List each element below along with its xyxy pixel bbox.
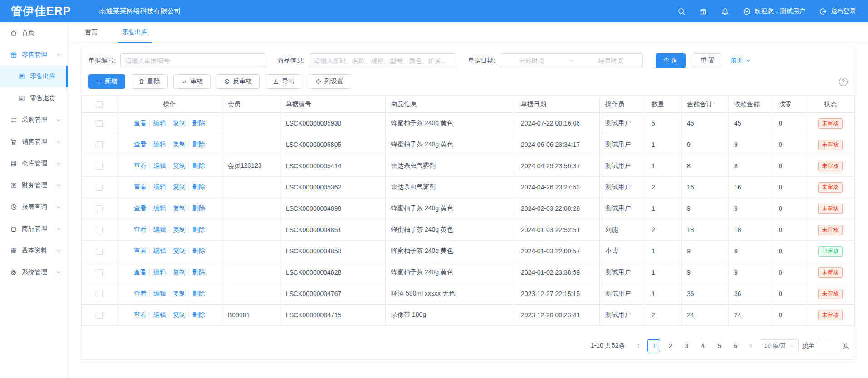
row-checkbox[interactable]	[96, 248, 103, 255]
edit-link[interactable]: 编辑	[149, 290, 166, 297]
sidebar-item-system-mgmt[interactable]: 系统管理	[0, 262, 68, 283]
row-checkbox[interactable]	[96, 141, 103, 148]
gear-icon	[315, 78, 322, 85]
column-settings-button[interactable]: 列设置	[308, 74, 351, 89]
export-button[interactable]: 导出	[265, 74, 302, 89]
search-button[interactable]: 查 询	[656, 53, 686, 68]
delete-link[interactable]: 删除	[188, 226, 205, 233]
sidebar-item-basic-data[interactable]: 基本资料	[0, 240, 68, 262]
sidebar-item-purchase-mgmt[interactable]: 采购管理	[0, 109, 68, 131]
row-checkbox[interactable]	[96, 120, 103, 127]
chevron-down-icon	[56, 270, 61, 275]
copy-link[interactable]: 复制	[169, 119, 186, 126]
copy-link[interactable]: 复制	[169, 204, 186, 212]
unaudit-button[interactable]: 反审核	[216, 74, 260, 89]
delete-link[interactable]: 删除	[188, 290, 205, 297]
view-link[interactable]: 查看	[134, 204, 147, 212]
view-link[interactable]: 查看	[134, 247, 147, 254]
sidebar-item-retail-outbound[interactable]: 零售出库	[0, 66, 68, 87]
bell-icon[interactable]	[721, 7, 729, 15]
help-icon[interactable]: ?	[839, 78, 848, 86]
prev-page-button[interactable]	[633, 339, 644, 352]
date-end-input[interactable]	[582, 57, 639, 65]
view-link[interactable]: 查看	[134, 119, 147, 126]
page-button-5[interactable]: 5	[713, 339, 726, 352]
cell-order-no: LSCK00000004850	[280, 241, 386, 262]
add-button[interactable]: 新增	[88, 74, 125, 89]
cell-order-no: LSCK00000005805	[280, 134, 386, 155]
row-checkbox[interactable]	[96, 227, 103, 233]
copy-link[interactable]: 复制	[169, 226, 186, 233]
sidebar-item-goods-mgmt[interactable]: 商品管理	[0, 218, 68, 240]
tab-home[interactable]: 首页	[78, 22, 104, 43]
order-no-input[interactable]	[120, 53, 265, 68]
copy-link[interactable]: 复制	[169, 162, 186, 169]
edit-link[interactable]: 编辑	[149, 183, 166, 190]
jump-input[interactable]	[819, 340, 839, 352]
copy-link[interactable]: 复制	[169, 247, 186, 254]
row-checkbox[interactable]	[96, 269, 103, 276]
sidebar-item-sales-mgmt[interactable]: 销售管理	[0, 131, 68, 153]
edit-link[interactable]: 编辑	[149, 204, 166, 212]
edit-link[interactable]: 编辑	[149, 311, 166, 318]
copy-link[interactable]: 复制	[169, 311, 186, 318]
edit-link[interactable]: 编辑	[149, 226, 166, 233]
edit-link[interactable]: 编辑	[149, 119, 166, 126]
row-checkbox[interactable]	[96, 205, 103, 212]
delete-link[interactable]: 删除	[188, 162, 205, 169]
date-start-input[interactable]	[503, 57, 560, 65]
next-page-button[interactable]	[745, 339, 756, 352]
search-icon[interactable]	[677, 7, 686, 15]
sidebar-item-warehouse-mgmt[interactable]: 仓库管理	[0, 153, 68, 174]
row-checkbox[interactable]	[96, 291, 103, 297]
audit-button[interactable]: 审核	[173, 74, 211, 89]
delete-link[interactable]: 删除	[188, 204, 205, 212]
sidebar-item-home[interactable]: 首页	[0, 22, 68, 44]
cell-operator: 测试用户	[600, 177, 646, 198]
view-link[interactable]: 查看	[134, 226, 147, 233]
delete-link[interactable]: 删除	[188, 311, 205, 318]
edit-link[interactable]: 编辑	[149, 268, 166, 276]
edit-link[interactable]: 编辑	[149, 162, 166, 169]
row-checkbox[interactable]	[96, 163, 103, 170]
view-link[interactable]: 查看	[134, 290, 147, 297]
product-input[interactable]	[309, 53, 456, 68]
copy-link[interactable]: 复制	[169, 290, 186, 297]
edit-link[interactable]: 编辑	[149, 141, 166, 148]
view-link[interactable]: 查看	[134, 162, 147, 169]
copy-link[interactable]: 复制	[169, 268, 186, 276]
select-all-checkbox[interactable]	[96, 101, 103, 108]
tab-retail-outbound[interactable]: 零售出库	[116, 22, 154, 43]
view-link[interactable]: 查看	[134, 183, 147, 190]
delete-link[interactable]: 删除	[188, 183, 205, 190]
view-link[interactable]: 查看	[134, 141, 147, 148]
delete-link[interactable]: 删除	[188, 268, 205, 276]
copy-link[interactable]: 复制	[169, 141, 186, 148]
page-button-4[interactable]: 4	[696, 339, 709, 352]
sidebar-item-retail-return[interactable]: 零售退货	[0, 87, 68, 109]
delete-button[interactable]: 删除	[131, 74, 168, 89]
sidebar-item-retail-mgmt[interactable]: 零售管理	[0, 44, 68, 66]
logout-button[interactable]: 退出登录	[819, 7, 856, 15]
reset-button[interactable]: 重 置	[693, 53, 723, 68]
page-size-select[interactable]: 10 条/页	[760, 339, 799, 352]
sidebar-item-report-query[interactable]: 报表查询	[0, 196, 68, 218]
page-button-1[interactable]: 1	[647, 339, 660, 352]
page-button-3[interactable]: 3	[680, 339, 693, 352]
sidebar-item-finance-mgmt[interactable]: 财务管理	[0, 174, 68, 196]
view-link[interactable]: 查看	[134, 268, 147, 276]
row-checkbox[interactable]	[96, 312, 103, 319]
edit-link[interactable]: 编辑	[149, 247, 166, 254]
delete-link[interactable]: 删除	[188, 119, 205, 126]
view-link[interactable]: 查看	[134, 311, 147, 318]
copy-link[interactable]: 复制	[169, 183, 186, 190]
delete-link[interactable]: 删除	[188, 141, 205, 148]
date-range-picker[interactable]: ~	[500, 53, 643, 68]
row-checkbox[interactable]	[96, 184, 103, 191]
page-button-2[interactable]: 2	[664, 339, 677, 352]
expand-link[interactable]: 展开	[731, 57, 751, 65]
page-button-6[interactable]: 6	[729, 339, 742, 352]
bank-icon[interactable]	[699, 7, 707, 15]
delete-link[interactable]: 删除	[188, 247, 205, 254]
user-menu[interactable]: 欢迎您，测试用户	[743, 7, 805, 15]
